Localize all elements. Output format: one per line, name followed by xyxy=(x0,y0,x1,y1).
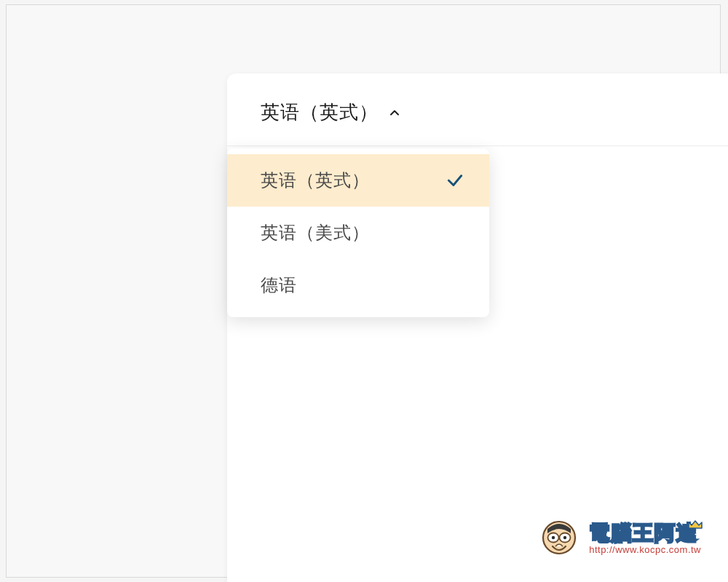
watermark-name: 電腦王阿達 xyxy=(589,523,701,543)
svg-point-4 xyxy=(552,536,555,539)
language-option-english-british[interactable]: 英语（英式） xyxy=(227,154,489,207)
language-dropdown-menu: 英语（英式） 英语（美式） 德语 xyxy=(227,148,489,317)
language-option-label: 英语（美式） xyxy=(261,221,370,244)
watermark-url: http://www.kocpc.com.tw xyxy=(589,545,701,554)
panel-header: 英语（英式） xyxy=(227,73,728,146)
language-dropdown-trigger[interactable]: 英语（英式） xyxy=(261,100,402,125)
screenshot-frame: 英语（英式） 文本以查看修改 以获取替换词或整句改 英语（英式） 英语（美式） … xyxy=(6,4,721,578)
watermark: 電腦王阿達 http://www.kocpc.com.tw xyxy=(537,516,701,561)
language-option-english-american[interactable]: 英语（美式） xyxy=(227,207,489,259)
svg-point-5 xyxy=(563,536,566,539)
watermark-text: 電腦王阿達 http://www.kocpc.com.tw xyxy=(589,523,701,554)
watermark-mascot-icon xyxy=(537,516,582,561)
crown-icon xyxy=(687,513,703,533)
check-icon xyxy=(446,171,464,190)
language-current-label: 英语（英式） xyxy=(261,100,379,125)
language-option-label: 德语 xyxy=(261,274,297,297)
chevron-up-icon xyxy=(387,105,402,120)
language-option-label: 英语（英式） xyxy=(261,169,370,192)
language-option-german[interactable]: 德语 xyxy=(227,259,489,311)
